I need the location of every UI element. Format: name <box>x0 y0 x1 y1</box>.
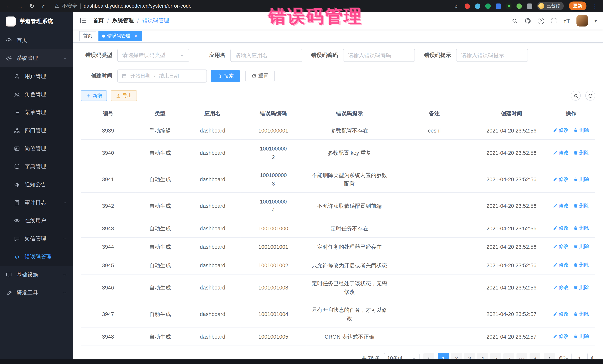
forward-icon[interactable]: → <box>16 3 23 9</box>
delete-link[interactable]: 删除 <box>573 224 589 232</box>
chevron-down-icon <box>63 290 67 295</box>
sidebar-item[interactable]: 审计日志 <box>0 194 73 211</box>
edit-link[interactable]: 修改 <box>553 175 569 184</box>
more-menu-icon[interactable]: ⋮ <box>591 2 598 9</box>
sidebar-item[interactable]: 通知公告 <box>0 176 73 194</box>
refresh-icon[interactable] <box>585 91 595 101</box>
fullscreen-icon[interactable] <box>550 17 557 24</box>
close-icon[interactable] <box>133 33 139 39</box>
edit-link[interactable]: 修改 <box>553 310 569 318</box>
delete-link[interactable]: 删除 <box>573 148 589 157</box>
delete-link[interactable]: 删除 <box>573 283 589 292</box>
help-icon[interactable] <box>537 17 544 24</box>
edit-link[interactable]: 修改 <box>553 332 569 341</box>
add-button-label: 新增 <box>93 92 102 99</box>
delete-link[interactable]: 删除 <box>573 242 589 251</box>
edit-link[interactable]: 修改 <box>553 224 569 232</box>
reload-icon[interactable]: ↻ <box>28 2 35 9</box>
home-icon[interactable]: ⌂ <box>40 3 47 9</box>
extension-icon[interactable] <box>464 3 470 9</box>
delete-link[interactable]: 删除 <box>573 126 589 134</box>
edit-link[interactable]: 修改 <box>553 261 569 269</box>
table-cell: 2021-04-20 23:52:56 <box>476 193 547 219</box>
sidebar-item[interactable]: 首页 <box>0 31 73 49</box>
edit-link[interactable]: 修改 <box>553 148 569 157</box>
table-row: 3941自动生成dashboard100100000 3不能删除类型为系统内置的… <box>81 166 595 193</box>
reset-button[interactable]: 重置 <box>245 70 275 82</box>
table-cell: 1001001002 <box>240 256 306 274</box>
extension-icon[interactable] <box>517 3 522 9</box>
edit-link[interactable]: 修改 <box>553 126 569 134</box>
sidebar-item[interactable]: 菜单管理 <box>0 103 73 121</box>
sidebar-item[interactable]: 部门管理 <box>0 121 73 139</box>
select-placeholder: 请选择错误码类型 <box>122 52 165 59</box>
app-name-input[interactable] <box>231 49 302 62</box>
sidebar-item[interactable]: 字典管理 <box>0 157 73 175</box>
tab-error-code[interactable]: 错误码管理 <box>99 31 142 41</box>
table-cell: dashboard <box>185 301 240 327</box>
user-avatar[interactable] <box>577 15 588 26</box>
address-bar[interactable]: ⚠ 不安全 dashboard.yudao.iocoder.cn/system/… <box>55 2 191 9</box>
sidebar-item[interactable]: 基础设施 <box>0 266 73 284</box>
sidebar-item[interactable]: 系统管理 <box>0 49 73 67</box>
search-button[interactable]: 搜索 <box>211 70 240 82</box>
puzzle-icon[interactable] <box>527 3 532 9</box>
sidebar-item-label: 通知公告 <box>25 181 46 188</box>
export-button[interactable]: 导出 <box>111 90 137 101</box>
delete-link[interactable]: 删除 <box>573 175 589 184</box>
table-cell <box>392 274 476 301</box>
delete-link[interactable]: 删除 <box>573 261 589 269</box>
table-cell: 只有开启状态的任务，才可以修改 <box>306 301 393 327</box>
sidebar-item[interactable]: 错误码管理 <box>0 248 73 265</box>
table-header-cell: 操作 <box>547 106 595 121</box>
error-code-input[interactable] <box>343 49 415 62</box>
extension-icon[interactable] <box>475 3 480 9</box>
error-type-select[interactable]: 请选择错误码类型 <box>117 49 189 62</box>
extension-icon[interactable] <box>496 3 501 9</box>
sidebar-item[interactable]: 短信管理 <box>0 230 73 248</box>
delete-link[interactable]: 删除 <box>573 201 589 210</box>
edit-icon <box>553 128 557 132</box>
delete-link[interactable]: 删除 <box>573 332 589 341</box>
extension-icon[interactable] <box>506 3 511 9</box>
edit-link[interactable]: 修改 <box>553 283 569 292</box>
profile-chip[interactable]: 已暂停 <box>537 2 564 10</box>
sidebar-item[interactable]: 在线用户 <box>0 212 73 230</box>
font-size-icon[interactable] <box>564 17 570 24</box>
date-range-picker[interactable]: 开始日期 - 结束日期 <box>117 69 207 82</box>
tab-home[interactable]: 首页 <box>79 31 96 41</box>
github-icon[interactable] <box>524 17 531 24</box>
breadcrumb-item[interactable]: 系统管理 <box>112 17 134 24</box>
sidebar-item[interactable]: 用户管理 <box>0 67 73 85</box>
add-button[interactable]: 新增 <box>81 90 107 101</box>
screen: ← → ↻ ⌂ ⚠ 不安全 dashboard.yudao.iocoder.cn… <box>0 0 603 364</box>
table-cell <box>392 256 476 274</box>
table-cell: dashboard <box>185 140 240 166</box>
sidebar-logo[interactable]: 芋道管理系统 <box>0 12 73 31</box>
sidebar-menu: 首页系统管理用户管理角色管理菜单管理部门管理岗位管理字典管理通知公告审计日志在线… <box>0 31 73 302</box>
edit-link[interactable]: 修改 <box>553 201 569 210</box>
sidebar-item[interactable]: 岗位管理 <box>0 139 73 157</box>
breadcrumb-item[interactable]: 首页 <box>93 17 104 24</box>
table-cell: 100100000 3 <box>240 166 306 193</box>
table-cell: 2021-04-20 23:52:56 <box>476 237 547 256</box>
extension-icon[interactable] <box>485 3 491 9</box>
table-toolbar: 新增 导出 <box>81 90 595 101</box>
sidebar-item[interactable]: 研发工具 <box>0 284 73 302</box>
table-cell <box>392 193 476 219</box>
edit-link[interactable]: 修改 <box>553 242 569 251</box>
hamburger-icon[interactable] <box>79 17 87 24</box>
delete-link[interactable]: 删除 <box>573 310 589 318</box>
browser-chrome: ← → ↻ ⌂ ⚠ 不安全 dashboard.yudao.iocoder.cn… <box>0 0 603 12</box>
bookmark-star-icon[interactable]: ☆ <box>453 3 460 9</box>
message-icon <box>14 236 20 242</box>
table-cell: 100100000 2 <box>240 140 306 166</box>
chevron-down-icon[interactable] <box>594 17 597 24</box>
sidebar-item[interactable]: 角色管理 <box>0 85 73 103</box>
update-button[interactable]: 更新 <box>569 1 587 10</box>
error-hint-input[interactable] <box>456 49 528 62</box>
toggle-search-icon[interactable] <box>571 91 581 101</box>
table-cell: dashboard <box>185 274 240 301</box>
back-icon[interactable]: ← <box>5 3 12 9</box>
search-icon[interactable] <box>511 17 518 24</box>
